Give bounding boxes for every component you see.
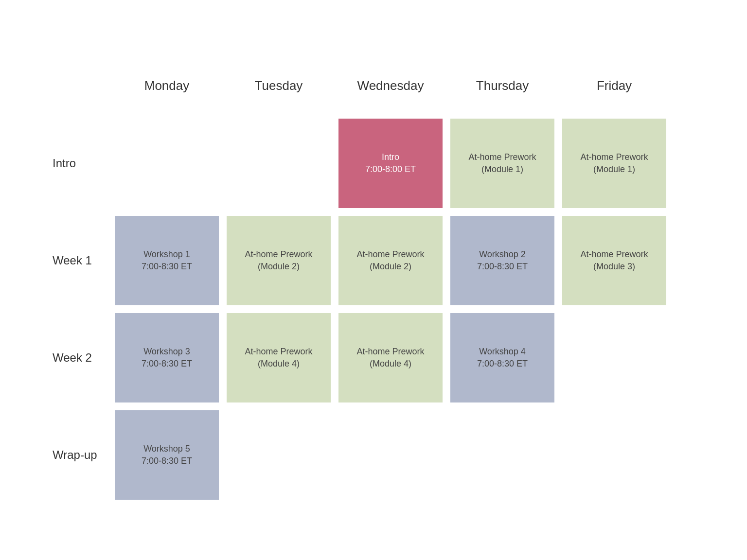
week2-wednesday: At-home Prework(Module 4) bbox=[338, 313, 443, 402]
week1-monday: Workshop 17:00-8:30 ET bbox=[115, 216, 219, 305]
week1-wednesday: At-home Prework(Module 2) bbox=[338, 216, 443, 305]
header-wednesday: Wednesday bbox=[335, 56, 446, 115]
intro-tuesday bbox=[223, 115, 335, 212]
wrapup-monday: Workshop 57:00-8:30 ET bbox=[115, 410, 219, 500]
header-tuesday: Tuesday bbox=[223, 56, 335, 115]
intro-wednesday: Intro7:00-8:00 ET bbox=[338, 119, 443, 208]
wrapup-wednesday bbox=[335, 406, 446, 504]
header-friday: Friday bbox=[558, 56, 670, 115]
row-label-wrapup: Wrap-up bbox=[48, 406, 111, 504]
row-label-week1: Week 1 bbox=[48, 212, 111, 309]
week1-thursday: Workshop 27:00-8:30 ET bbox=[450, 216, 554, 305]
header-thursday: Thursday bbox=[446, 56, 558, 115]
week2-thursday: Workshop 47:00-8:30 ET bbox=[450, 313, 554, 402]
schedule-container: Monday Tuesday Wednesday Thursday Friday… bbox=[38, 37, 709, 523]
week1-tuesday: At-home Prework(Module 2) bbox=[227, 216, 331, 305]
week1-friday: At-home Prework(Module 3) bbox=[562, 216, 666, 305]
schedule-grid: Monday Tuesday Wednesday Thursday Friday… bbox=[48, 56, 699, 504]
row-label-week2: Week 2 bbox=[48, 309, 111, 406]
header-monday: Monday bbox=[111, 56, 223, 115]
header-empty bbox=[48, 56, 111, 115]
wrapup-thursday bbox=[446, 406, 558, 504]
row-label-intro: Intro bbox=[48, 115, 111, 212]
intro-monday bbox=[111, 115, 223, 212]
intro-thursday: At-home Prework(Module 1) bbox=[450, 119, 554, 208]
wrapup-friday bbox=[558, 406, 670, 504]
wrapup-tuesday bbox=[223, 406, 335, 504]
week2-friday bbox=[558, 309, 670, 406]
week2-tuesday: At-home Prework(Module 4) bbox=[227, 313, 331, 402]
week2-monday: Workshop 37:00-8:30 ET bbox=[115, 313, 219, 402]
intro-friday: At-home Prework(Module 1) bbox=[562, 119, 666, 208]
